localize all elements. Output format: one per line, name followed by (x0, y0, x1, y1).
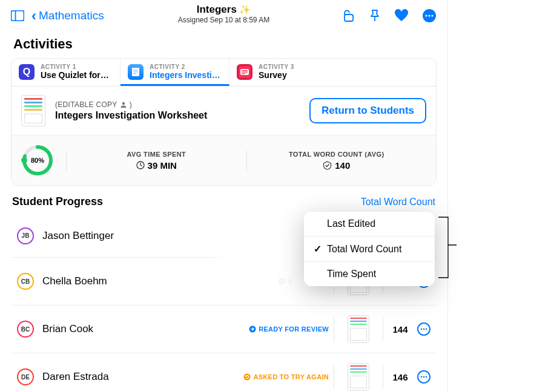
student-name: Chella Boehm (42, 275, 176, 287)
student-row[interactable]: DE Daren Estrada ASKED TO TRY AGAIN 146 (11, 353, 437, 392)
svg-point-26 (421, 328, 423, 330)
popover-item-last-edited[interactable]: Last Edited (304, 212, 435, 237)
svg-rect-2 (345, 15, 353, 21)
pages-icon (128, 64, 144, 80)
badge-icon (323, 161, 332, 170)
tab-activity-2[interactable]: ACTIVITY 2 Integers Investi… (120, 59, 229, 86)
back-label: Mathematics (39, 9, 104, 22)
student-name: Jason Bettinger (42, 230, 176, 242)
svg-rect-9 (133, 71, 138, 73)
svg-rect-12 (242, 70, 248, 71)
sparkle-icon: ✨ (239, 4, 251, 15)
retry-circle-icon (243, 373, 251, 381)
person-icon (120, 101, 127, 108)
row-more-button[interactable] (417, 322, 431, 336)
tab-name: Use Quizlet for… (41, 70, 109, 80)
worksheet-thumbnail[interactable] (21, 95, 45, 126)
pin-icon[interactable] (369, 9, 381, 22)
svg-rect-10 (133, 73, 136, 74)
svg-rect-13 (242, 71, 248, 72)
svg-rect-14 (242, 73, 245, 74)
avatar: DE (17, 368, 34, 385)
donut-percent: 80% (21, 144, 54, 177)
heart-icon[interactable] (394, 9, 409, 22)
svg-point-30 (421, 376, 423, 378)
check-circle-icon (278, 278, 285, 285)
tab-activity-1[interactable]: Q ACTIVITY 1 Use Quizlet for… (12, 59, 120, 86)
status-badge: READY FOR REVIEW (249, 325, 329, 333)
section-title: Activities (0, 28, 447, 58)
sort-dropdown[interactable]: Total Word Count (361, 197, 435, 207)
tab-num: ACTIVITY 2 (150, 64, 220, 70)
tab-num: ACTIVITY 3 (259, 64, 294, 70)
popover-item-total-word-count[interactable]: ✓ Total Word Count (304, 237, 435, 262)
avg-time-label: AVG TIME SPENT (73, 151, 240, 158)
submission-thumbnail[interactable] (348, 315, 369, 343)
student-name: Daren Estrada (42, 371, 176, 383)
avatar: BC (17, 321, 34, 338)
svg-point-15 (122, 102, 124, 105)
word-count-value: 140 (335, 160, 350, 171)
status-badge: ASKED TO TRY AGAIN (243, 373, 329, 381)
progress-donut: 80% (21, 144, 54, 177)
tab-activity-3[interactable]: ACTIVITY 3 Survey (229, 59, 338, 86)
student-progress-title: Student Progress (12, 195, 103, 208)
svg-point-32 (426, 376, 427, 378)
svg-rect-8 (133, 70, 138, 71)
avg-time-value: 39 MIN (148, 160, 177, 171)
svg-point-28 (426, 328, 427, 330)
student-row[interactable]: BC Brian Cook READY FOR REVIEW 144 (11, 305, 437, 353)
svg-point-27 (423, 328, 425, 330)
callout-bracket (438, 215, 463, 280)
back-button[interactable]: ‹ Mathematics (31, 8, 104, 23)
row-more-button[interactable] (417, 370, 431, 384)
lock-open-icon[interactable] (342, 9, 355, 22)
word-count: 144 (388, 324, 412, 335)
word-count: 146 (388, 372, 412, 382)
status-badge: V (278, 278, 292, 285)
chevron-left-icon: ‹ (31, 8, 36, 23)
svg-point-6 (431, 15, 433, 16)
submission-thumbnail[interactable] (348, 363, 369, 391)
svg-point-4 (425, 15, 427, 16)
more-icon[interactable] (422, 8, 437, 23)
worksheet-title: Integers Investigation Worksheet (55, 110, 207, 121)
clock-icon (136, 161, 145, 169)
svg-point-29 (244, 374, 251, 381)
editable-copy-label: (EDITABLE COPY ) (55, 100, 207, 109)
checkmark-icon: ✓ (314, 243, 322, 255)
page-title: Integers (197, 4, 237, 15)
sort-popover: Last Edited ✓ Total Word Count Time Spen… (304, 212, 435, 286)
svg-rect-0 (12, 11, 24, 21)
tab-name: Survey (259, 70, 294, 80)
popover-item-time-spent[interactable]: Time Spent (304, 262, 435, 286)
student-name: Brian Cook (42, 323, 176, 335)
arrow-circle-icon (249, 325, 256, 333)
survey-icon (237, 64, 252, 80)
word-count-label: TOTAL WORD COUNT (AVG) (253, 151, 421, 158)
tab-name: Integers Investi… (150, 70, 220, 80)
svg-point-31 (423, 376, 425, 378)
svg-point-21 (279, 278, 285, 285)
quizlet-icon: Q (19, 64, 35, 80)
tab-num: ACTIVITY 1 (41, 64, 109, 70)
avatar: CB (17, 273, 34, 290)
svg-point-5 (428, 15, 430, 16)
avatar: JB (17, 227, 34, 244)
activity-tabs: Q ACTIVITY 1 Use Quizlet for… ACTIVITY 2… (12, 59, 436, 87)
sidebar-toggle[interactable] (11, 10, 24, 21)
return-to-students-button[interactable]: Return to Students (309, 98, 426, 123)
